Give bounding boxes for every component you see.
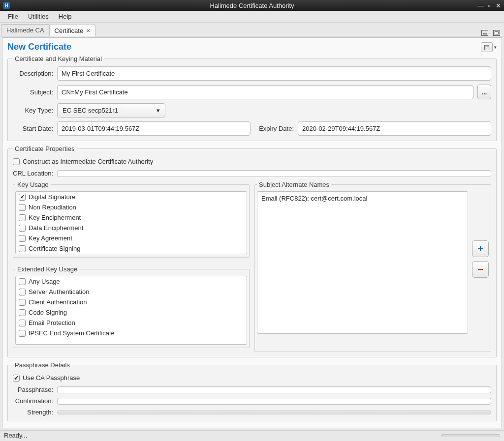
group-legend: Passphrase Details [13, 361, 72, 369]
chevron-down-icon: ▾ [157, 107, 160, 114]
status-text: Ready... [4, 432, 27, 439]
checkbox[interactable] [19, 204, 26, 211]
checkbox-label: Non Repudiation [29, 204, 76, 211]
group-legend: Certificate Properties [13, 145, 76, 152]
list-item[interactable]: ✔Digital Signature [16, 192, 247, 202]
checkbox[interactable] [19, 225, 26, 232]
checkbox-label: Any Usage [29, 278, 60, 285]
window-title: Halimede Certificate Authority [0, 2, 504, 9]
group-extended-key-usage: Extended Key Usage Any UsageServer Authe… [13, 265, 250, 348]
checkbox-label: Data Encipherment [29, 224, 83, 232]
use-ca-passphrase-label: Use CA Passphrase [23, 374, 80, 382]
checkbox-label: Email Protection [29, 319, 75, 326]
list-item[interactable]: Certificate Signing [16, 243, 247, 254]
group-certificate-material: Certificate and Keying Material Descript… [7, 55, 497, 141]
san-remove-button[interactable]: − [472, 261, 489, 278]
checkbox[interactable] [19, 299, 26, 306]
crl-input[interactable] [57, 170, 491, 177]
app-icon: H [3, 2, 10, 9]
window-close-button[interactable]: ✕ [495, 2, 501, 9]
keytype-value: EC SEC secp521r1 [63, 107, 118, 114]
checkbox[interactable] [19, 320, 26, 326]
checkbox[interactable] [19, 278, 26, 285]
checkbox[interactable] [19, 309, 26, 316]
menu-utilities[interactable]: Utilities [23, 11, 54, 22]
tab-certificate[interactable]: Certificate ✕ [49, 25, 96, 36]
intermediate-label: Construct as Intermediate Certificate Au… [23, 158, 153, 165]
group-subject-alternate-names: Subject Alternate Names Email (RFC822): … [254, 181, 491, 352]
view-menu-button[interactable]: ▤ [481, 42, 493, 52]
list-item[interactable]: Non Repudiation [16, 202, 247, 212]
list-item[interactable]: Server Authentication [16, 287, 247, 297]
checkbox-label: Key Agreement [29, 235, 72, 242]
checkbox-label: Client Authentication [29, 298, 87, 306]
start-date-label: Start Date: [13, 125, 53, 132]
chevron-down-icon[interactable]: ▾ [494, 45, 497, 50]
page-title: New Certificate [7, 42, 71, 52]
window-minimize-button[interactable]: — [477, 2, 483, 9]
checkbox[interactable] [19, 214, 26, 221]
list-item[interactable]: Any Usage [16, 276, 247, 287]
passphrase-input[interactable] [57, 386, 491, 393]
checkbox[interactable] [19, 289, 26, 295]
checkbox[interactable] [19, 245, 26, 252]
group-legend: Subject Alternate Names [257, 181, 331, 188]
san-item[interactable]: Email (RFC822): cert@cert.com.local [261, 195, 464, 202]
tab-label: Halimede CA [6, 27, 44, 34]
description-label: Description: [13, 70, 53, 77]
key-usage-list[interactable]: ✔Digital SignatureNon RepudiationKey Enc… [15, 191, 247, 254]
checkbox[interactable]: ✔ [19, 194, 26, 201]
editor-area: New Certificate ▤ ▾ Certificate and Keyi… [2, 37, 502, 428]
keytype-select[interactable]: EC SEC secp521r1 ▾ [57, 103, 165, 118]
window-titlebar: H Halimede Certificate Authority — ▫ ✕ [0, 0, 504, 11]
list-item[interactable]: IPSEC End System Certificate [16, 328, 247, 338]
subject-label: Subject: [13, 88, 53, 96]
tab-halimede-ca[interactable]: Halimede CA [1, 24, 50, 36]
list-item[interactable]: Client Authentication [16, 297, 247, 307]
checkbox-label: Code Signing [29, 309, 67, 316]
extended-key-usage-list[interactable]: Any UsageServer AuthenticationClient Aut… [15, 276, 247, 345]
menu-help[interactable]: Help [54, 11, 77, 22]
use-ca-passphrase-checkbox[interactable]: ✔ [13, 375, 20, 382]
window-maximize-button[interactable]: ▫ [486, 2, 492, 9]
confirmation-input[interactable] [57, 398, 491, 405]
expiry-date-label: Expiry Date: [254, 125, 294, 132]
san-list[interactable]: Email (RFC822): cert@cert.com.local [257, 191, 468, 334]
checkbox-label: IPSEC End System Certificate [29, 329, 115, 337]
group-key-usage: Key Usage ✔Digital SignatureNon Repudiat… [13, 181, 250, 258]
san-add-button[interactable]: + [472, 240, 489, 257]
intermediate-checkbox[interactable] [13, 158, 20, 165]
group-certificate-properties: Certificate Properties Construct as Inte… [7, 145, 497, 357]
group-passphrase-details: Passphrase Details ✔ Use CA Passphrase P… [7, 361, 497, 421]
editor-maximize-button[interactable] [493, 30, 500, 36]
subject-browse-button[interactable]: ... [477, 85, 491, 99]
close-tab-icon[interactable]: ✕ [86, 28, 90, 33]
list-item[interactable]: Email Protection [16, 318, 247, 328]
crl-label: CRL Location: [13, 170, 53, 177]
subject-input[interactable]: CN=My First Certificate [57, 85, 473, 99]
list-item[interactable]: Data Encipherment [16, 223, 247, 233]
status-bar: Ready... [0, 430, 504, 440]
confirmation-label: Confirmation: [13, 397, 53, 405]
list-item[interactable]: Key Agreement [16, 233, 247, 243]
group-legend: Certificate and Keying Material [13, 55, 104, 62]
menubar: File Utilities Help [0, 11, 504, 23]
group-legend: Key Usage [15, 181, 51, 188]
description-input[interactable]: My First Certificate [57, 66, 491, 81]
menu-file[interactable]: File [3, 11, 23, 22]
editor-minimize-button[interactable] [481, 30, 488, 36]
strength-label: Strength: [13, 409, 53, 416]
keytype-label: Key Type: [13, 107, 53, 114]
checkbox-label: Key Encipherment [29, 214, 81, 221]
checkbox[interactable] [19, 235, 26, 242]
start-date-input[interactable]: 2019-03-01T09:44:19.567Z [57, 121, 251, 136]
passphrase-label: Passphrase: [13, 386, 53, 393]
checkbox-label: Digital Signature [29, 193, 75, 201]
checkbox[interactable] [19, 330, 26, 337]
view-menu-icon: ▤ [484, 43, 490, 51]
strength-meter [57, 411, 491, 414]
expiry-date-input[interactable]: 2020-02-29T09:44:19.567Z [298, 121, 491, 136]
checkbox-label: Certificate Signing [29, 245, 81, 252]
list-item[interactable]: Key Encipherment [16, 212, 247, 223]
list-item[interactable]: Code Signing [16, 307, 247, 318]
